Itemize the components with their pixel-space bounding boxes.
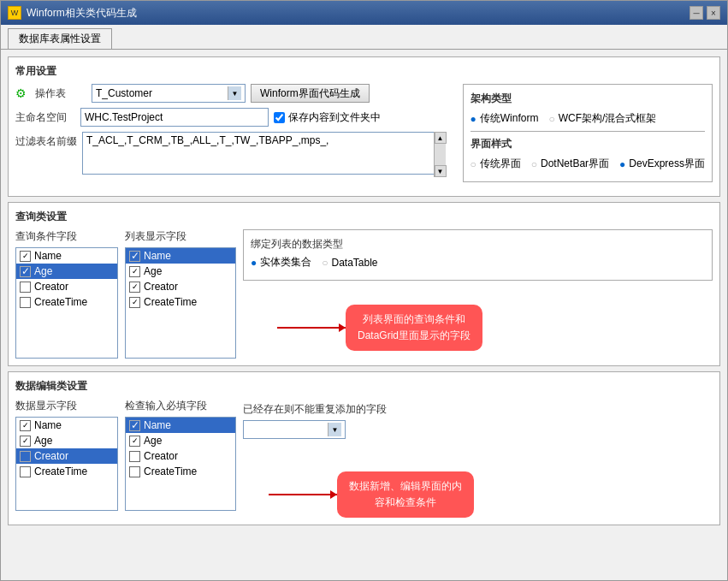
checkbox-icon[interactable]: ✓ <box>129 266 140 277</box>
arrow-head-icon <box>339 323 346 332</box>
radio-off-icon: ○ <box>322 257 328 269</box>
list-item[interactable]: ✓ Age <box>126 264 235 279</box>
operation-table-row: ⚙ 操作表 T_Customer ▼ Winform界面代码生成 <box>15 84 446 103</box>
binding-option-1: 实体类集合 <box>260 255 311 270</box>
no-duplicate-combo[interactable]: ▼ <box>243 420 346 439</box>
operation-table-combo[interactable]: T_Customer ▼ <box>92 84 246 103</box>
query-annotation-container: 列表界面的查询条件和DataGrid里面显示的字段 <box>277 305 713 351</box>
required-fields-panel: 检查输入必填字段 ✓ Name ✓ Age Creator <box>125 399 236 511</box>
checkbox-icon[interactable] <box>20 466 31 477</box>
checkbox-icon[interactable] <box>129 451 140 462</box>
common-settings-section: 常用设置 ⚙ 操作表 T_Customer ▼ Winform界面代码生成 <box>8 56 720 197</box>
checkbox-icon[interactable]: ✓ <box>129 436 140 447</box>
namespace-input[interactable] <box>80 108 269 127</box>
close-button[interactable]: × <box>707 6 720 20</box>
list-item[interactable]: ✓ CreateTime <box>126 294 235 310</box>
checkbox-icon[interactable]: ✓ <box>20 420 31 431</box>
query-fields-panel: 查询条件字段 ✓ Name ✓ Age Creator <box>15 229 118 359</box>
binding-type-box: 绑定列表的数据类型 ● 实体类集合 ○ DataTable <box>243 229 713 281</box>
required-fields-title: 检查输入必填字段 <box>125 399 236 413</box>
list-item[interactable]: CreateTime <box>16 294 117 310</box>
arch-option-1: 传统Winform <box>480 111 539 126</box>
ui-option-3: DevExpress界面 <box>629 157 705 171</box>
list-item[interactable]: Creator <box>16 448 117 464</box>
filter-label: 过滤表名前缀 <box>15 134 77 149</box>
edit-annotation-box: 数据新增、编辑界面的内容和检查条件 <box>337 471 474 518</box>
query-fields-title: 查询条件字段 <box>15 229 118 244</box>
scroll-thumb <box>435 144 446 165</box>
edit-arrow-head-icon <box>330 490 337 499</box>
filter-textarea[interactable]: T_ACL_,T_CRM_,TB_,ALL_,T_,TW_,TBAPP_,mps… <box>82 132 446 175</box>
filter-scrollbar[interactable]: ▲ ▼ <box>434 132 446 177</box>
checkbox-icon[interactable] <box>20 451 31 462</box>
checkbox-icon[interactable]: ✓ <box>20 251 31 262</box>
checkbox-icon[interactable] <box>129 466 140 477</box>
list-fields-list[interactable]: ✓ Name ✓ Age ✓ Creator ✓ <box>125 247 236 359</box>
required-fields-list[interactable]: ✓ Name ✓ Age Creator C <box>125 417 236 511</box>
radio-off-icon: ○ <box>548 113 554 125</box>
ui-option-2: DotNetBar界面 <box>541 157 609 171</box>
query-annotation-box: 列表界面的查询条件和DataGrid里面显示的字段 <box>346 305 482 351</box>
ui-radio-traditional[interactable]: ○ 传统界面 <box>471 157 521 171</box>
ui-radio-devexpress[interactable]: ● DevExpress界面 <box>619 157 705 171</box>
list-item[interactable]: CreateTime <box>126 464 235 479</box>
tab-db-settings[interactable]: 数据库表属性设置 <box>8 28 112 49</box>
checkbox-icon[interactable] <box>20 297 31 308</box>
list-item[interactable]: ✓ Name <box>16 248 117 264</box>
operation-table-label: 操作表 <box>35 86 86 101</box>
namespace-label: 主命名空间 <box>15 110 75 125</box>
common-settings-title: 常用设置 <box>15 64 713 79</box>
list-item[interactable]: ✓ Creator <box>126 279 235 294</box>
list-item[interactable]: ✓ Name <box>126 418 235 433</box>
binding-radio-datatable[interactable]: ○ DataTable <box>322 257 377 269</box>
radio-on-icon2: ● <box>619 158 625 170</box>
window-title: Winform相关类代码生成 <box>27 6 137 21</box>
architecture-divider <box>471 131 705 132</box>
edit-right-panel: 已经存在则不能重复添加的字段 ▼ 数据新增、编辑界面的内容和检查条件 <box>243 399 713 518</box>
checkbox-icon[interactable] <box>20 282 31 293</box>
display-fields-list[interactable]: ✓ Name ✓ Age Creator C <box>15 417 118 511</box>
main-window: W Winform相关类代码生成 ─ × 数据库表属性设置 常用设置 ⚙ 操作表 <box>0 0 728 581</box>
architecture-box: 架构类型 ● 传统Winform ○ WCF架构/混合式框架 <box>463 84 713 182</box>
filter-row: 过滤表名前缀 T_ACL_,T_CRM_,TB_,ALL_,T_,TW_,TBA… <box>15 132 446 177</box>
minimize-button[interactable]: ─ <box>690 6 703 20</box>
list-fields-title: 列表显示字段 <box>125 229 236 244</box>
scroll-up-icon[interactable]: ▲ <box>435 132 447 144</box>
checkbox-icon[interactable]: ✓ <box>129 420 140 431</box>
ui-radio-dotnetbar[interactable]: ○ DotNetBar界面 <box>531 157 609 171</box>
generate-button[interactable]: Winform界面代码生成 <box>251 84 370 103</box>
no-duplicate-arrow-icon: ▼ <box>328 423 341 436</box>
edit-annotation-text: 数据新增、编辑界面的内容和检查条件 <box>349 480 462 508</box>
query-annotation-text: 列表界面的查询条件和DataGrid里面显示的字段 <box>358 313 471 341</box>
save-checkbox-label: 保存内容到文件夹中 <box>288 110 381 125</box>
checkbox-icon[interactable]: ✓ <box>20 436 31 447</box>
checkbox-icon[interactable]: ✓ <box>129 297 140 308</box>
list-item[interactable]: Creator <box>16 279 117 294</box>
query-right-panel: 绑定列表的数据类型 ● 实体类集合 ○ DataTable <box>243 229 713 351</box>
checkbox-icon[interactable]: ✓ <box>129 282 140 293</box>
architecture-title: 架构类型 <box>471 92 705 106</box>
data-edit-title: 数据编辑类设置 <box>15 379 713 394</box>
list-item[interactable]: CreateTime <box>16 464 117 479</box>
display-fields-title: 数据显示字段 <box>15 399 118 413</box>
binding-radio-entity[interactable]: ● 实体类集合 <box>251 255 311 270</box>
save-checkbox-row: 保存内容到文件夹中 <box>274 110 381 125</box>
edit-annotation-arrow-line <box>269 494 337 495</box>
list-item[interactable]: Creator <box>126 448 235 464</box>
list-item[interactable]: ✓ Age <box>16 433 117 448</box>
arch-radio-wcf[interactable]: ○ WCF架构/混合式框架 <box>548 111 656 126</box>
radio-off-icon3: ○ <box>531 158 537 170</box>
combo-arrow-icon: ▼ <box>228 86 241 100</box>
query-fields-list[interactable]: ✓ Name ✓ Age Creator C <box>15 247 118 359</box>
list-item[interactable]: ✓ Name <box>16 418 117 433</box>
list-item[interactable]: ✓ Age <box>16 264 117 279</box>
list-item[interactable]: ✓ Age <box>126 433 235 448</box>
checkbox-icon[interactable]: ✓ <box>129 251 140 262</box>
arch-radio-traditional[interactable]: ● 传统Winform <box>471 111 539 126</box>
settings-icon: ⚙ <box>15 86 27 100</box>
list-item[interactable]: ✓ Name <box>126 248 235 264</box>
ui-option-1: 传统界面 <box>480 157 521 171</box>
checkbox-icon[interactable]: ✓ <box>20 266 31 277</box>
save-checkbox[interactable] <box>274 112 285 123</box>
scroll-down-icon[interactable]: ▼ <box>435 165 447 177</box>
